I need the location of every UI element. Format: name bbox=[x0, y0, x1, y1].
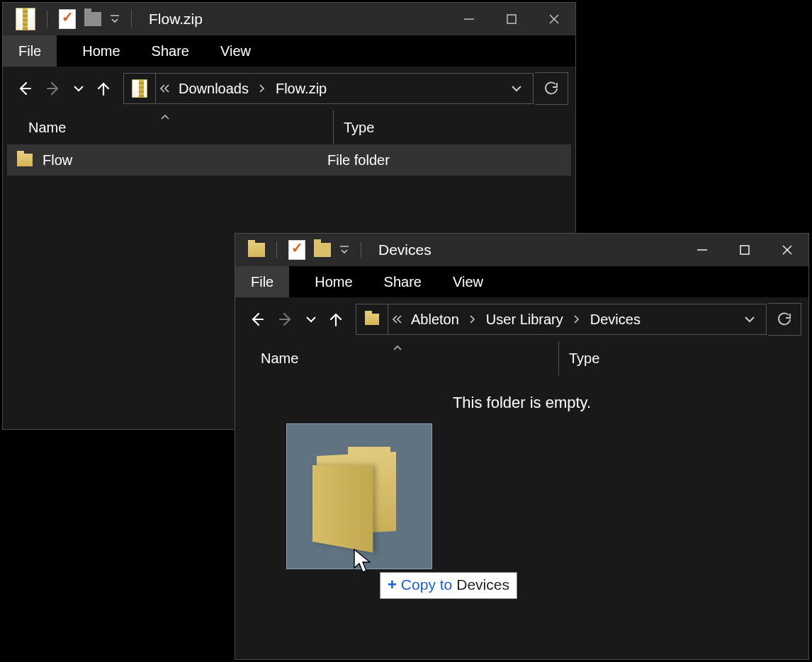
minimize-button[interactable] bbox=[448, 3, 490, 35]
maximize-button[interactable] bbox=[723, 234, 766, 266]
address-dropdown[interactable] bbox=[500, 74, 533, 103]
close-button[interactable] bbox=[766, 234, 808, 266]
back-button[interactable] bbox=[242, 305, 271, 333]
address-dropdown[interactable] bbox=[733, 304, 766, 334]
new-folder-icon[interactable] bbox=[314, 243, 331, 257]
column-header-name[interactable]: Name bbox=[3, 120, 333, 136]
ribbon-tabs: File Home Share View bbox=[235, 266, 808, 297]
folder-icon bbox=[248, 243, 265, 257]
minimize-button[interactable] bbox=[681, 234, 723, 266]
sort-indicator-icon bbox=[393, 344, 402, 351]
tab-home[interactable]: Home bbox=[67, 35, 135, 67]
file-name: Flow bbox=[43, 152, 72, 169]
drag-ghost-folder bbox=[286, 423, 432, 569]
address-bar[interactable]: Downloads Flow.zip bbox=[123, 73, 534, 104]
folder-icon bbox=[17, 154, 33, 166]
separator bbox=[47, 11, 47, 28]
back-button[interactable] bbox=[10, 74, 38, 103]
tab-file[interactable]: File bbox=[3, 35, 57, 67]
drop-tooltip: + Copy to Devices bbox=[380, 572, 517, 599]
column-headers: Name Type bbox=[235, 341, 808, 375]
tab-file[interactable]: File bbox=[235, 266, 289, 297]
empty-folder-message: This folder is empty. bbox=[235, 394, 808, 412]
window-title: Devices bbox=[378, 241, 432, 258]
zip-icon bbox=[16, 8, 35, 30]
address-folder-icon[interactable] bbox=[124, 74, 156, 103]
chevron-right-icon[interactable] bbox=[570, 314, 583, 324]
column-header-name[interactable]: Name bbox=[235, 350, 558, 367]
separator bbox=[361, 241, 361, 258]
address-bar[interactable]: Ableton User Library Devices bbox=[356, 304, 767, 335]
tab-share[interactable]: Share bbox=[136, 35, 205, 67]
column-type-label: Type bbox=[569, 350, 599, 367]
properties-icon[interactable] bbox=[288, 240, 305, 260]
column-headers: Name Type bbox=[3, 110, 575, 144]
breadcrumb-ableton[interactable]: Ableton bbox=[404, 304, 466, 334]
tab-share[interactable]: Share bbox=[368, 266, 437, 297]
column-header-type[interactable]: Type bbox=[558, 341, 808, 375]
address-folder-icon[interactable] bbox=[356, 304, 388, 334]
column-type-label: Type bbox=[344, 120, 374, 136]
folder-open-icon bbox=[312, 450, 406, 543]
tab-view[interactable]: View bbox=[205, 35, 266, 67]
tab-home[interactable]: Home bbox=[299, 266, 368, 297]
titlebar: Devices bbox=[235, 234, 808, 266]
breadcrumb-devices[interactable]: Devices bbox=[583, 304, 648, 334]
svg-rect-0 bbox=[507, 15, 516, 23]
recent-dropdown[interactable] bbox=[69, 74, 88, 103]
drop-action-label: Copy to bbox=[401, 576, 452, 593]
properties-icon[interactable] bbox=[59, 9, 76, 29]
svg-rect-1 bbox=[740, 246, 749, 254]
file-row-flow[interactable]: Flow File folder bbox=[7, 144, 571, 176]
window-title: Flow.zip bbox=[149, 11, 203, 28]
recent-dropdown[interactable] bbox=[302, 305, 320, 333]
breadcrumb-overflow-icon[interactable] bbox=[390, 314, 402, 324]
forward-button[interactable] bbox=[40, 74, 68, 103]
ribbon-tabs: File Home Share View bbox=[3, 35, 575, 67]
breadcrumb-overflow-icon[interactable] bbox=[157, 84, 170, 93]
tab-view[interactable]: View bbox=[437, 266, 499, 297]
column-name-label: Name bbox=[261, 350, 298, 367]
refresh-button[interactable] bbox=[768, 303, 801, 336]
breadcrumb-flow-zip[interactable]: Flow.zip bbox=[269, 74, 334, 103]
new-folder-icon[interactable] bbox=[84, 12, 101, 26]
separator bbox=[131, 11, 132, 28]
breadcrumb-downloads[interactable]: Downloads bbox=[171, 74, 256, 103]
drop-destination-label: Devices bbox=[456, 576, 509, 593]
file-type: File folder bbox=[327, 152, 390, 168]
file-list[interactable]: This folder is empty. + Copy to Devices bbox=[235, 375, 808, 659]
breadcrumb-user-library[interactable]: User Library bbox=[479, 304, 570, 334]
qat-dropdown-icon[interactable] bbox=[110, 14, 120, 24]
close-button[interactable] bbox=[533, 3, 575, 35]
refresh-button[interactable] bbox=[535, 72, 568, 105]
separator bbox=[276, 241, 277, 258]
plus-icon: + bbox=[388, 576, 397, 594]
column-header-type[interactable]: Type bbox=[333, 110, 575, 144]
forward-button[interactable] bbox=[272, 305, 300, 333]
qat-dropdown-icon[interactable] bbox=[339, 245, 349, 255]
chevron-right-icon[interactable] bbox=[256, 84, 269, 93]
up-button[interactable] bbox=[89, 74, 118, 103]
maximize-button[interactable] bbox=[490, 3, 533, 35]
sort-indicator-icon bbox=[160, 113, 170, 120]
up-button[interactable] bbox=[322, 305, 350, 333]
titlebar: Flow.zip bbox=[3, 3, 575, 35]
explorer-window-devices: Devices File Home Share View bbox=[235, 233, 809, 660]
chevron-right-icon[interactable] bbox=[466, 314, 479, 324]
nav-row: Ableton User Library Devices bbox=[235, 297, 808, 341]
nav-row: Downloads Flow.zip bbox=[3, 67, 575, 110]
column-name-label: Name bbox=[28, 120, 66, 136]
